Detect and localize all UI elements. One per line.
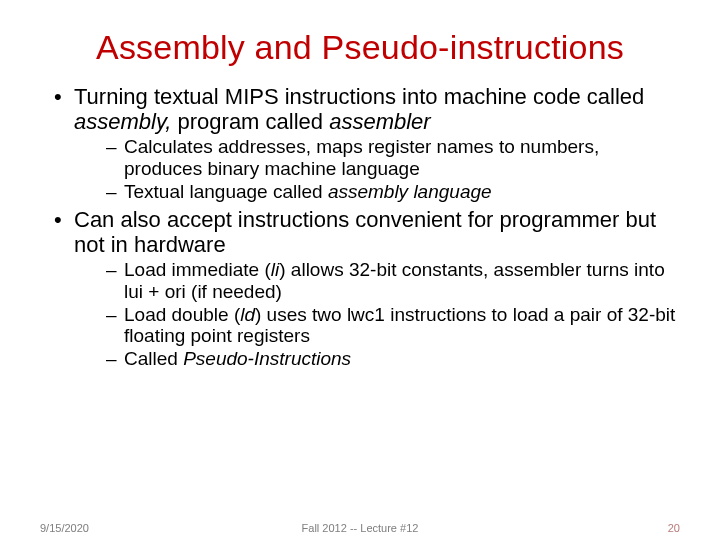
sub-bullet: Textual language called assembly languag… xyxy=(106,181,680,202)
emph: ld xyxy=(240,304,255,325)
emph: assembler xyxy=(329,109,430,134)
sub-bullet: Called Pseudo-Instructions xyxy=(106,348,680,369)
bullet-1: Turning textual MIPS instructions into m… xyxy=(54,85,680,202)
text: Load immediate ( xyxy=(124,259,271,280)
text: Can also accept instructions convenient … xyxy=(74,207,656,257)
text: Called xyxy=(124,348,183,369)
bullet-2: Can also accept instructions convenient … xyxy=(54,208,680,370)
text: Turning textual MIPS instructions into m… xyxy=(74,84,644,109)
emph: li xyxy=(271,259,279,280)
emph: Pseudo-Instructions xyxy=(183,348,351,369)
emph: assembly, xyxy=(74,109,171,134)
slide: Assembly and Pseudo-instructions Turning… xyxy=(0,0,720,540)
sub-list: Calculates addresses, maps register name… xyxy=(74,136,680,202)
text: program called xyxy=(171,109,329,134)
emph: assembly language xyxy=(328,181,492,202)
text: Textual language called xyxy=(124,181,328,202)
sub-bullet: Load double (ld) uses two lwc1 instructi… xyxy=(106,304,680,347)
sub-bullet: Calculates addresses, maps register name… xyxy=(106,136,680,179)
sub-list: Load immediate (li) allows 32-bit consta… xyxy=(74,259,680,369)
slide-title: Assembly and Pseudo-instructions xyxy=(40,28,680,67)
text: Load double ( xyxy=(124,304,240,325)
sub-bullet: Load immediate (li) allows 32-bit consta… xyxy=(106,259,680,302)
bullet-list: Turning textual MIPS instructions into m… xyxy=(40,85,680,370)
slide-number: 20 xyxy=(668,522,680,534)
footer-center: Fall 2012 -- Lecture #12 xyxy=(0,522,720,534)
